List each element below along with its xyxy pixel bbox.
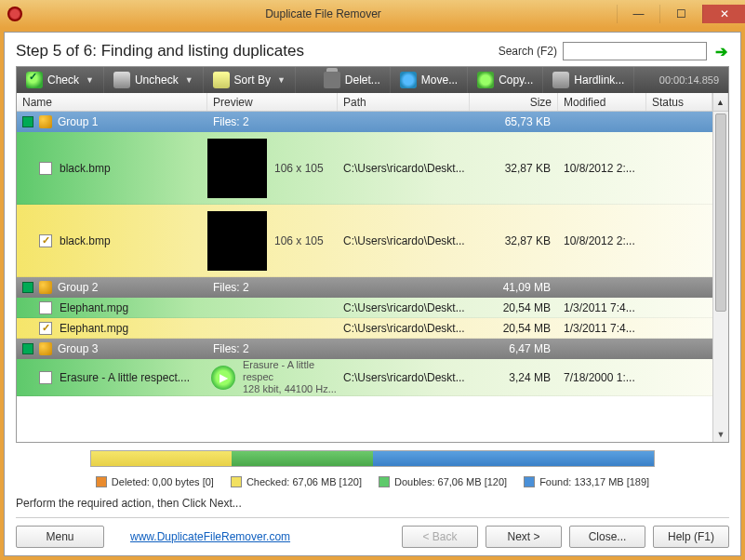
col-path[interactable]: Path xyxy=(338,93,470,111)
delete-button[interactable]: Delet... xyxy=(314,67,391,93)
file-row[interactable]: Erasure - A little respect.... Erasure -… xyxy=(17,359,728,396)
scrollbar-thumb[interactable] xyxy=(715,113,726,312)
menu-button[interactable]: Menu xyxy=(16,526,104,548)
file-list: Group 1 Files: 2 65,73 KB black.bmp 106 … xyxy=(17,112,728,442)
thumbnail xyxy=(207,139,267,198)
website-link[interactable]: www.DuplicateFileRemover.com xyxy=(130,530,290,543)
sort-icon xyxy=(213,72,230,88)
close-window-button[interactable]: ✕ xyxy=(702,5,745,23)
file-row[interactable]: black.bmp 106 x 105 C:\Users\ricardo\Des… xyxy=(17,205,728,277)
minimize-button[interactable]: — xyxy=(617,5,659,23)
group-icon xyxy=(39,115,52,128)
uncheck-icon xyxy=(113,72,130,88)
results-panel: Check▼ Uncheck▼ Sort By▼ Delet... Move..… xyxy=(16,66,729,443)
check-icon xyxy=(26,72,43,88)
group-icon xyxy=(39,281,52,294)
hardlink-button[interactable]: Hardlink... xyxy=(543,67,634,93)
trash-icon xyxy=(324,72,340,88)
col-size[interactable]: Size xyxy=(470,93,558,111)
titlebar[interactable]: Duplicate File Remover — ☐ ✕ xyxy=(0,0,745,28)
window-title: Duplicate File Remover xyxy=(30,7,617,20)
legend-checked: Checked: 67,06 MB [120] xyxy=(246,476,362,487)
step-title: Step 5 of 6: Finding and listing duplica… xyxy=(16,42,499,60)
col-modified[interactable]: Modified xyxy=(558,93,646,111)
hardlink-icon xyxy=(552,72,569,88)
col-status[interactable]: Status xyxy=(646,93,712,111)
legend-deleted: Deleted: 0,00 bytes [0] xyxy=(112,476,214,487)
swatch-deleted xyxy=(96,476,107,487)
legend: Deleted: 0,00 bytes [0] Checked: 67,06 M… xyxy=(16,476,729,487)
elapsed-timer: 00:00:14.859 xyxy=(650,74,728,86)
group-check-icon[interactable] xyxy=(22,282,33,293)
progress-found xyxy=(373,451,655,466)
app-icon xyxy=(7,7,22,21)
vertical-scrollbar[interactable]: ▼ xyxy=(712,112,728,442)
swatch-checked xyxy=(231,476,242,487)
button-row: Menu www.DuplicateFileRemover.com < Back… xyxy=(16,526,729,548)
copy-icon xyxy=(477,72,494,88)
search-go-icon[interactable]: ➔ xyxy=(712,43,729,60)
scroll-down-icon[interactable]: ▼ xyxy=(713,426,728,442)
file-checkbox[interactable] xyxy=(39,371,52,384)
progress-checked xyxy=(91,451,232,466)
file-checkbox[interactable] xyxy=(39,301,52,314)
search-input[interactable] xyxy=(563,42,707,60)
col-name[interactable]: Name xyxy=(17,93,207,111)
group-check-icon[interactable] xyxy=(22,343,33,354)
group-header[interactable]: Group 3 Files: 2 6,47 MB xyxy=(17,339,728,359)
file-checkbox[interactable] xyxy=(39,234,52,247)
search-label: Search (F2) xyxy=(499,45,557,58)
group-check-icon[interactable] xyxy=(22,116,33,127)
app-window: Duplicate File Remover — ☐ ✕ Step 5 of 6… xyxy=(0,0,745,560)
file-checkbox[interactable] xyxy=(39,322,52,335)
group-header[interactable]: Group 2 Files: 2 41,09 MB xyxy=(17,277,728,298)
legend-doubles: Doubles: 67,06 MB [120] xyxy=(394,476,507,487)
uncheck-button[interactable]: Uncheck▼ xyxy=(104,67,204,93)
col-preview[interactable]: Preview xyxy=(207,93,338,111)
scroll-up-icon[interactable]: ▲ xyxy=(712,93,728,111)
help-button[interactable]: Help (F1) xyxy=(653,526,729,548)
move-button[interactable]: Move... xyxy=(391,67,468,93)
column-headers: Name Preview Path Size Modified Status ▲ xyxy=(17,93,728,112)
chevron-down-icon: ▼ xyxy=(185,75,193,85)
chevron-down-icon: ▼ xyxy=(86,75,94,85)
group-icon xyxy=(39,342,52,355)
legend-found: Found: 133,17 MB [189] xyxy=(539,476,649,487)
play-icon[interactable] xyxy=(211,366,235,390)
file-row[interactable]: Elephant.mpg C:\Users\ricardo\Deskt... 2… xyxy=(17,318,728,339)
chevron-down-icon: ▼ xyxy=(277,75,286,85)
check-button[interactable]: Check▼ xyxy=(17,67,104,93)
maximize-button[interactable]: ☐ xyxy=(659,5,702,23)
swatch-doubles xyxy=(379,476,390,487)
file-checkbox[interactable] xyxy=(39,162,52,175)
group-header[interactable]: Group 1 Files: 2 65,73 KB xyxy=(17,112,728,132)
swatch-found xyxy=(524,476,535,487)
file-row[interactable]: Elephant.mpg C:\Users\ricardo\Deskt... 2… xyxy=(17,298,728,318)
progress-doubles xyxy=(232,451,372,466)
copy-button[interactable]: Copy... xyxy=(468,67,543,93)
close-button[interactable]: Close... xyxy=(569,526,645,548)
move-icon xyxy=(400,72,417,88)
file-row[interactable]: black.bmp 106 x 105 C:\Users\ricardo\Des… xyxy=(17,132,728,205)
toolbar: Check▼ Uncheck▼ Sort By▼ Delet... Move..… xyxy=(17,67,728,93)
sort-button[interactable]: Sort By▼ xyxy=(204,67,296,93)
hint-text: Perform the required action, then Click … xyxy=(16,497,729,510)
thumbnail xyxy=(207,211,267,271)
next-button[interactable]: Next > xyxy=(486,526,562,548)
content-area: Step 5 of 6: Finding and listing duplica… xyxy=(4,32,741,556)
progress-bar xyxy=(90,450,655,467)
back-button[interactable]: < Back xyxy=(402,526,478,548)
